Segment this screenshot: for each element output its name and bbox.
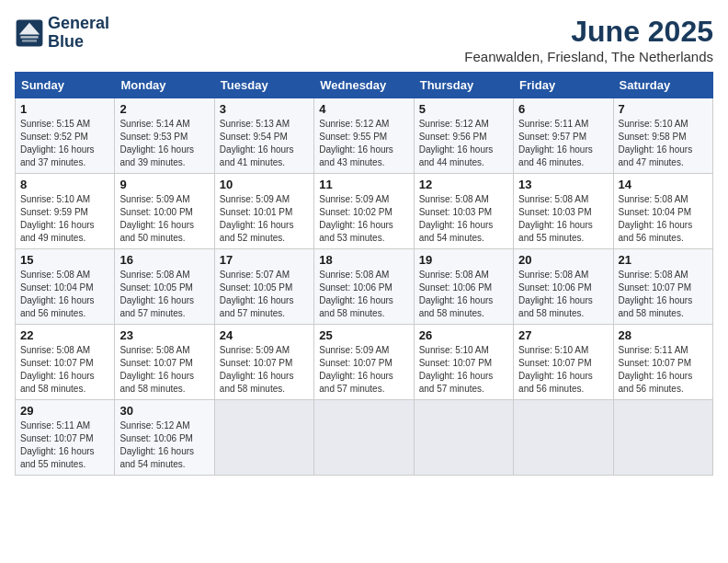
calendar-day-cell: 5 Sunrise: 5:12 AM Sunset: 9:56 PM Dayli… xyxy=(414,98,513,174)
day-number: 1 xyxy=(20,102,109,116)
day-info: Sunrise: 5:09 AM Sunset: 10:07 PM Daylig… xyxy=(319,344,408,396)
day-info: Sunrise: 5:11 AM Sunset: 9:57 PM Dayligh… xyxy=(518,118,608,169)
day-info: Sunrise: 5:08 AM Sunset: 10:07 PM Daylig… xyxy=(119,344,209,396)
day-info: Sunrise: 5:09 AM Sunset: 10:01 PM Daylig… xyxy=(220,193,309,245)
day-info: Sunrise: 5:12 AM Sunset: 9:56 PM Dayligh… xyxy=(419,118,508,169)
calendar-day-cell: 15 Sunrise: 5:08 AM Sunset: 10:04 PM Day… xyxy=(16,249,115,325)
weekday-header-friday: Friday xyxy=(514,73,613,98)
calendar-day-cell xyxy=(214,400,313,476)
day-info: Sunrise: 5:08 AM Sunset: 10:03 PM Daylig… xyxy=(518,193,608,245)
day-info: Sunrise: 5:12 AM Sunset: 9:55 PM Dayligh… xyxy=(319,118,408,169)
calendar-day-cell: 1 Sunrise: 5:15 AM Sunset: 9:52 PM Dayli… xyxy=(16,98,115,174)
calendar-day-cell: 14 Sunrise: 5:08 AM Sunset: 10:04 PM Day… xyxy=(613,174,712,249)
day-number: 29 xyxy=(20,404,109,418)
day-number: 27 xyxy=(518,328,608,342)
day-info: Sunrise: 5:15 AM Sunset: 9:52 PM Dayligh… xyxy=(20,118,109,169)
day-number: 21 xyxy=(619,253,708,267)
calendar-day-cell: 8 Sunrise: 5:10 AM Sunset: 9:59 PM Dayli… xyxy=(16,174,115,249)
day-info: Sunrise: 5:08 AM Sunset: 10:07 PM Daylig… xyxy=(20,344,109,396)
calendar-day-cell: 30 Sunrise: 5:12 AM Sunset: 10:06 PM Day… xyxy=(115,400,214,476)
weekday-header-sunday: Sunday xyxy=(16,73,115,98)
logo: General Blue xyxy=(15,15,109,52)
calendar-day-cell: 9 Sunrise: 5:09 AM Sunset: 10:00 PM Dayl… xyxy=(115,174,214,249)
day-info: Sunrise: 5:10 AM Sunset: 10:07 PM Daylig… xyxy=(518,344,608,396)
calendar-day-cell: 28 Sunrise: 5:11 AM Sunset: 10:07 PM Day… xyxy=(613,325,712,400)
day-number: 2 xyxy=(119,102,209,116)
logo-text: General Blue xyxy=(48,15,109,52)
month-title: June 2025 xyxy=(464,15,713,49)
calendar-week-row: 22 Sunrise: 5:08 AM Sunset: 10:07 PM Day… xyxy=(16,325,713,400)
location-title: Feanwalden, Friesland, The Netherlands xyxy=(464,49,713,64)
day-number: 9 xyxy=(119,178,209,191)
weekday-header-tuesday: Tuesday xyxy=(214,73,313,98)
day-info: Sunrise: 5:11 AM Sunset: 10:07 PM Daylig… xyxy=(619,344,708,396)
calendar-day-cell: 27 Sunrise: 5:10 AM Sunset: 10:07 PM Day… xyxy=(514,325,613,400)
title-area: June 2025 Feanwalden, Friesland, The Net… xyxy=(464,15,713,64)
day-info: Sunrise: 5:08 AM Sunset: 10:04 PM Daylig… xyxy=(20,269,109,320)
calendar-day-cell: 2 Sunrise: 5:14 AM Sunset: 9:53 PM Dayli… xyxy=(115,98,214,174)
day-number: 15 xyxy=(20,253,109,267)
day-info: Sunrise: 5:08 AM Sunset: 10:04 PM Daylig… xyxy=(619,193,708,245)
calendar-day-cell: 19 Sunrise: 5:08 AM Sunset: 10:06 PM Day… xyxy=(414,249,513,325)
day-number: 5 xyxy=(419,102,508,116)
day-number: 23 xyxy=(119,328,209,342)
day-number: 16 xyxy=(119,253,209,267)
calendar-day-cell: 11 Sunrise: 5:09 AM Sunset: 10:02 PM Day… xyxy=(314,174,414,249)
calendar-day-cell: 3 Sunrise: 5:13 AM Sunset: 9:54 PM Dayli… xyxy=(214,98,313,174)
day-info: Sunrise: 5:07 AM Sunset: 10:05 PM Daylig… xyxy=(220,269,309,320)
day-number: 10 xyxy=(220,178,309,191)
calendar-day-cell: 26 Sunrise: 5:10 AM Sunset: 10:07 PM Day… xyxy=(414,325,513,400)
day-info: Sunrise: 5:09 AM Sunset: 10:07 PM Daylig… xyxy=(220,344,309,396)
day-info: Sunrise: 5:08 AM Sunset: 10:06 PM Daylig… xyxy=(518,269,608,320)
calendar-day-cell: 29 Sunrise: 5:11 AM Sunset: 10:07 PM Day… xyxy=(16,400,115,476)
weekday-header-saturday: Saturday xyxy=(613,73,712,98)
calendar-day-cell: 22 Sunrise: 5:08 AM Sunset: 10:07 PM Day… xyxy=(16,325,115,400)
calendar-day-cell: 10 Sunrise: 5:09 AM Sunset: 10:01 PM Day… xyxy=(214,174,313,249)
calendar-day-cell: 18 Sunrise: 5:08 AM Sunset: 10:06 PM Day… xyxy=(314,249,414,325)
day-number: 26 xyxy=(419,328,508,342)
calendar-week-row: 8 Sunrise: 5:10 AM Sunset: 9:59 PM Dayli… xyxy=(16,174,713,249)
day-info: Sunrise: 5:08 AM Sunset: 10:06 PM Daylig… xyxy=(319,269,408,320)
weekday-header-thursday: Thursday xyxy=(414,73,513,98)
calendar-day-cell: 4 Sunrise: 5:12 AM Sunset: 9:55 PM Dayli… xyxy=(314,98,414,174)
day-info: Sunrise: 5:09 AM Sunset: 10:02 PM Daylig… xyxy=(319,193,408,245)
day-number: 12 xyxy=(419,178,508,191)
calendar-day-cell: 6 Sunrise: 5:11 AM Sunset: 9:57 PM Dayli… xyxy=(514,98,613,174)
day-number: 8 xyxy=(20,178,109,191)
day-number: 17 xyxy=(220,253,309,267)
day-number: 18 xyxy=(319,253,408,267)
page-header: General Blue June 2025 Feanwalden, Fries… xyxy=(15,15,713,64)
calendar-day-cell: 13 Sunrise: 5:08 AM Sunset: 10:03 PM Day… xyxy=(514,174,613,249)
calendar-day-cell xyxy=(314,400,414,476)
day-info: Sunrise: 5:13 AM Sunset: 9:54 PM Dayligh… xyxy=(220,118,309,169)
day-info: Sunrise: 5:12 AM Sunset: 10:06 PM Daylig… xyxy=(119,419,209,471)
day-number: 13 xyxy=(518,178,608,191)
calendar-day-cell: 7 Sunrise: 5:10 AM Sunset: 9:58 PM Dayli… xyxy=(613,98,712,174)
calendar-day-cell xyxy=(514,400,613,476)
day-number: 7 xyxy=(619,102,708,116)
day-number: 25 xyxy=(319,328,408,342)
weekday-header-row: SundayMondayTuesdayWednesdayThursdayFrid… xyxy=(16,73,713,98)
calendar-day-cell: 23 Sunrise: 5:08 AM Sunset: 10:07 PM Day… xyxy=(115,325,214,400)
svg-rect-3 xyxy=(22,40,37,41)
day-info: Sunrise: 5:08 AM Sunset: 10:05 PM Daylig… xyxy=(119,269,209,320)
day-number: 24 xyxy=(220,328,309,342)
calendar-week-row: 29 Sunrise: 5:11 AM Sunset: 10:07 PM Day… xyxy=(16,400,713,476)
day-info: Sunrise: 5:08 AM Sunset: 10:07 PM Daylig… xyxy=(619,269,708,320)
day-info: Sunrise: 5:08 AM Sunset: 10:03 PM Daylig… xyxy=(419,193,508,245)
day-number: 11 xyxy=(319,178,408,191)
calendar-week-row: 15 Sunrise: 5:08 AM Sunset: 10:04 PM Day… xyxy=(16,249,713,325)
day-info: Sunrise: 5:10 AM Sunset: 9:59 PM Dayligh… xyxy=(20,193,109,245)
calendar-week-row: 1 Sunrise: 5:15 AM Sunset: 9:52 PM Dayli… xyxy=(16,98,713,174)
calendar-table: SundayMondayTuesdayWednesdayThursdayFrid… xyxy=(15,72,713,476)
calendar-day-cell xyxy=(613,400,712,476)
day-info: Sunrise: 5:08 AM Sunset: 10:06 PM Daylig… xyxy=(419,269,508,320)
calendar-day-cell: 17 Sunrise: 5:07 AM Sunset: 10:05 PM Day… xyxy=(214,249,313,325)
day-info: Sunrise: 5:09 AM Sunset: 10:00 PM Daylig… xyxy=(119,193,209,245)
day-number: 20 xyxy=(518,253,608,267)
day-number: 4 xyxy=(319,102,408,116)
calendar-day-cell: 25 Sunrise: 5:09 AM Sunset: 10:07 PM Day… xyxy=(314,325,414,400)
svg-rect-2 xyxy=(20,36,38,38)
day-info: Sunrise: 5:10 AM Sunset: 10:07 PM Daylig… xyxy=(419,344,508,396)
day-number: 28 xyxy=(619,328,708,342)
